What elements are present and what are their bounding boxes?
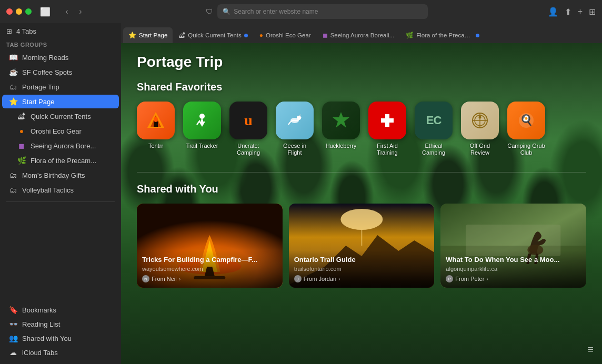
- card-campfire-avatar: N: [142, 275, 149, 282]
- tab-aurora-favicon: ◼: [323, 32, 328, 39]
- browser-chrome: ⊞ 4 Tabs Tab Groups 📖 Morning Reads ☕ SF…: [0, 23, 602, 364]
- sidebar-item-flora[interactable]: 🌿 Flora of the Precam...: [2, 154, 119, 167]
- fav-geese[interactable]: Geese in Flight: [276, 102, 314, 156]
- sidebar-item-oroshi[interactable]: ● Oroshi Eco Gear: [2, 124, 119, 138]
- sidebar-item-shared[interactable]: 👥 Shared with You: [2, 331, 119, 345]
- card-moose-from-label: From Peter: [455, 276, 484, 282]
- fav-offgrid[interactable]: Off Grid Review: [461, 102, 499, 156]
- fav-tentrr-label: Tentrr: [148, 143, 163, 149]
- cards-row: Tricks For Building a Campfire—F... wayo…: [137, 204, 586, 288]
- fav-tentrr[interactable]: Tentrr: [137, 102, 175, 156]
- sidebar-item-flora-label: Flora of the Precam...: [31, 157, 96, 165]
- svg-text:🍳: 🍳: [520, 114, 533, 126]
- svg-point-22: [340, 209, 383, 230]
- tab-overview-button[interactable]: ⊞: [589, 7, 596, 17]
- tabs-content: ⭐ Start Page 🏕 Quick Current Tents ● Oro…: [121, 23, 602, 364]
- card-ontario-from[interactable]: J From Jordan ›: [294, 275, 429, 282]
- share-icon[interactable]: ⬆: [565, 7, 571, 17]
- card-ontario[interactable]: Ontario Trail Guide trailsofontario.com …: [289, 204, 435, 288]
- fav-geese-label: Geese in Flight: [276, 143, 314, 156]
- sidebar-item-morning-label: Morning Reads: [22, 54, 68, 62]
- sidebar-item-icloud[interactable]: ☁ iCloud Tabs: [2, 346, 119, 359]
- card-campfire[interactable]: Tricks For Building a Campfire—F... wayo…: [137, 204, 283, 288]
- sidebar-item-morning[interactable]: 📖 Morning Reads: [2, 50, 119, 64]
- fav-ec[interactable]: EC Ethical Camping: [415, 102, 453, 156]
- card-moose-title: What To Do When You See a Moo...: [446, 256, 581, 265]
- fav-firstaid[interactable]: First Aid Training: [368, 102, 406, 156]
- reading-icon: 👓: [8, 320, 18, 328]
- tab-flora-dot: [476, 34, 479, 37]
- svg-point-6: [297, 116, 301, 120]
- svg-rect-2: [154, 122, 158, 127]
- address-placeholder: Search or enter website name: [234, 8, 318, 15]
- shield-icon: 🛡: [206, 7, 213, 16]
- fav-huckleberry[interactable]: Huckleberry: [322, 102, 360, 156]
- sidebar-item-mom[interactable]: 🗂 Mom's Birthday Gifts: [2, 168, 119, 182]
- card-ontario-overlay: Ontario Trail Guide trailsofontario.com …: [289, 250, 435, 288]
- close-button[interactable]: [6, 8, 13, 15]
- sidebar-item-startpage[interactable]: ⭐ Start Page: [2, 95, 119, 108]
- page-scroll: Portage Trip Shared Favorites: [121, 43, 602, 364]
- card-ontario-from-label: From Jordan: [304, 276, 336, 282]
- sidebar-item-quicktents[interactable]: 🏕 Quick Current Tents: [2, 109, 119, 123]
- title-bar: ⬜ ‹ › 🛡 🔍 Search or enter website name 👤…: [0, 0, 602, 23]
- fav-trail-label: Trail Tracker: [186, 143, 218, 149]
- fav-huckleberry-icon: [322, 102, 360, 139]
- card-ontario-domain: trailsofontario.com: [294, 266, 429, 272]
- svg-point-3: [154, 117, 158, 122]
- tab-flora-favicon: 🌿: [406, 32, 414, 39]
- sidebar-item-bookmarks[interactable]: 🔖 Bookmarks: [2, 303, 119, 317]
- card-ontario-avatar: J: [294, 275, 302, 282]
- sidebar-item-sf[interactable]: ☕ SF Coffee Spots: [2, 65, 119, 79]
- card-ontario-title: Ontario Trail Guide: [294, 256, 429, 265]
- oroshi-icon: ●: [17, 127, 26, 135]
- back-button[interactable]: ‹: [61, 7, 73, 16]
- icloud-icon: ☁: [8, 348, 18, 357]
- sidebar-toggle-button[interactable]: ⬜: [40, 7, 51, 17]
- tab-quick[interactable]: 🏕 Quick Current Tents: [174, 27, 253, 43]
- sidebar-bottom: 🔖 Bookmarks 👓 Reading List 👥 Shared with…: [0, 302, 121, 364]
- shared-favorites-header: Shared Favorites: [137, 81, 586, 93]
- tab-oroshi[interactable]: ● Oroshi Eco Gear: [254, 27, 316, 43]
- sidebar-item-reading[interactable]: 👓 Reading List: [2, 317, 119, 331]
- fullscreen-button[interactable]: [25, 8, 32, 15]
- tab-quick-favicon: 🏕: [179, 32, 185, 39]
- fav-camping[interactable]: 🍳 Camping Grub Club: [507, 102, 545, 156]
- card-moose-from[interactable]: P From Peter ›: [446, 275, 581, 282]
- forward-button[interactable]: ›: [75, 7, 86, 16]
- new-tab-button[interactable]: +: [578, 7, 583, 16]
- svg-point-4: [199, 114, 205, 119]
- card-campfire-overlay: Tricks For Building a Campfire—F... wayo…: [137, 250, 283, 288]
- page-title: Portage Trip: [137, 54, 586, 70]
- shared-with-you-section: Shared with You: [137, 183, 586, 288]
- tabs-bar: ⭐ Start Page 🏕 Quick Current Tents ● Oro…: [121, 23, 602, 43]
- tab-startpage[interactable]: ⭐ Start Page: [123, 27, 173, 43]
- fav-offgrid-label: Off Grid Review: [461, 143, 499, 156]
- fav-trail-icon: [183, 102, 221, 139]
- card-moose[interactable]: What To Do When You See a Moo... algonqu…: [440, 204, 586, 288]
- separator: [137, 172, 586, 173]
- sidebar-item-oroshi-label: Oroshi Eco Gear: [31, 127, 82, 135]
- morning-icon: 📖: [8, 53, 18, 62]
- user-icon[interactable]: 👤: [548, 7, 558, 17]
- fav-trail[interactable]: Trail Tracker: [183, 102, 221, 156]
- minimize-button[interactable]: [16, 8, 22, 15]
- sidebar-item-aurora[interactable]: ◼ Seeing Aurora Bore...: [2, 139, 119, 153]
- tab-groups-section-label: Tab Groups: [0, 37, 121, 50]
- tab-aurora[interactable]: ◼ Seeing Aurora Boreali...: [317, 27, 399, 43]
- fav-uncrate-label: Uncrate: Camping: [229, 143, 267, 156]
- fav-huckleberry-label: Huckleberry: [326, 143, 357, 149]
- fav-camping-label: Camping Grub Club: [507, 143, 545, 156]
- fav-firstaid-icon: [368, 102, 406, 139]
- customize-button[interactable]: ≡: [587, 343, 594, 356]
- tab-quick-dot: [244, 34, 248, 37]
- fav-geese-icon: [276, 102, 314, 139]
- card-campfire-from[interactable]: N From Neil ›: [142, 275, 277, 282]
- fav-uncrate[interactable]: u Uncrate: Camping: [229, 102, 267, 156]
- address-bar[interactable]: 🔍 Search or enter website name: [217, 4, 428, 19]
- sidebar-item-portage[interactable]: 🗂 Portage Trip: [2, 80, 119, 94]
- tab-group-icon: ⊞: [6, 27, 12, 35]
- fav-firstaid-label: First Aid Training: [368, 143, 406, 156]
- sidebar-item-volleyball[interactable]: 🗂 Volleyball Tactics: [2, 183, 119, 197]
- tab-flora[interactable]: 🌿 Flora of the Precambi...: [400, 27, 485, 43]
